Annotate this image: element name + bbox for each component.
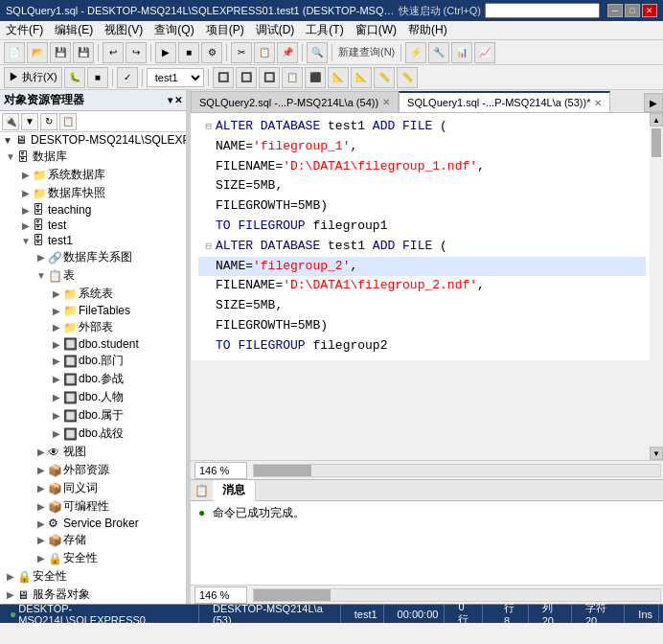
tree-item-20[interactable]: ▶ 📦 可编程性 [0,497,186,516]
code-line-8-highlighted: NAME='filegroup_2', [198,257,646,277]
tree-item-8[interactable]: ▶ 📁 系统表 [0,285,186,303]
node-icon: 🔲 [63,391,79,404]
btn12[interactable]: 📊 [451,42,472,63]
minimize-button[interactable]: ─ [607,4,623,17]
btn14[interactable]: 🔲 [213,67,234,88]
menu-window[interactable]: 窗口(W) [350,21,402,40]
tree-item-16[interactable]: ▶ 🔲 dbo.战役 [0,425,186,443]
node-label: 服务器对象 [33,586,90,603]
menu-view[interactable]: 视图(V) [99,21,149,40]
tree-item-12[interactable]: ▶ 🔲 dbo.部门 [0,352,186,370]
tree-item-0[interactable]: ▼ 🗄 数据库 [0,148,186,166]
code-vertical-scrollbar[interactable]: ▲ ▼ [650,113,663,460]
new-query-btn[interactable]: 📄 [4,42,25,63]
code-horizontal-scrollbar[interactable] [253,464,661,477]
btn18[interactable]: ⬛ [305,67,326,88]
tree-item-2[interactable]: ▶ 📁 数据库快照 [0,184,186,202]
h-scroll-thumb[interactable] [254,465,311,476]
parse-btn[interactable]: ✓ [117,67,138,88]
tree-item-6[interactable]: ▶ 🔗 数据库关系图 [0,248,186,266]
btn3[interactable]: ▶ [155,42,176,63]
tree-item-23[interactable]: ▶ 🔒 安全性 [0,549,186,567]
scroll-up-btn[interactable]: ▲ [650,113,663,126]
result-h-scroll-thumb[interactable] [254,589,331,601]
maximize-button[interactable]: □ [625,4,640,17]
oe-pin-icon[interactable]: ▾ [168,95,172,105]
execute-btn[interactable]: ▶ 执行(X) [4,67,62,88]
tab-scroll-right-btn[interactable]: ▶ [644,93,663,112]
btn5[interactable]: ⚙ [201,42,222,63]
open-btn[interactable]: 📂 [27,42,48,63]
btn4[interactable]: ■ [178,42,199,63]
tree-item-5[interactable]: ▼ 🗄 test1 [0,233,186,248]
scroll-down-btn[interactable]: ▼ [650,447,663,460]
node-icon: 🔲 [63,337,79,351]
stop-btn[interactable]: ■ [87,67,108,88]
menu-edit[interactable]: 编辑(E) [49,21,99,40]
tree-item-25[interactable]: ▶ 🖥 服务器对象 [0,586,186,604]
tab-2-close-icon[interactable]: ✕ [594,98,602,108]
oe-close-icon[interactable]: ✕ [174,95,182,105]
query-tab-2[interactable]: SQLQuery1.sql -...P-MSQ214L\a (53))* ✕ [399,91,610,112]
btn9[interactable]: 🔍 [307,42,328,63]
tree-item-18[interactable]: ▶ 📦 外部资源 [0,461,186,479]
tree-item-22[interactable]: ▶ 📦 存储 [0,531,186,549]
tree-server[interactable]: ▼ 🖥 DESKTOP-MSQ214L\SQLEXPRES... [0,132,186,148]
database-selector[interactable]: test1 [147,68,204,87]
oe-filter-btn[interactable]: ▼ [21,113,38,130]
menu-debug[interactable]: 调试(D) [250,21,301,40]
tree-item-21[interactable]: ▶ ⚙ Service Broker [0,516,186,531]
btn7[interactable]: 📋 [254,42,275,63]
debug-btn[interactable]: 🐛 [64,67,85,88]
menu-help[interactable]: 帮助(H) [402,21,453,40]
menu-project[interactable]: 项目(P) [200,21,250,40]
tree-item-9[interactable]: ▶ 📁 FileTables [0,303,186,318]
code-editor[interactable]: ⊟ ALTER DATABASE test1 ADD FILE ( NAME='… [191,113,650,460]
btn21[interactable]: 📏 [374,67,395,88]
btn15[interactable]: 🔲 [236,67,257,88]
menu-tools[interactable]: 工具(T) [300,21,349,40]
tree-item-1[interactable]: ▶ 📁 系统数据库 [0,166,186,184]
save-all-btn[interactable]: 💾 [73,42,94,63]
tree-item-19[interactable]: ▶ 📦 同义词 [0,479,186,497]
tree-item-3[interactable]: ▶ 🗄 teaching [0,202,186,218]
btn19[interactable]: 📐 [328,67,349,88]
scroll-thumb[interactable] [652,128,661,157]
tree-item-15[interactable]: ▶ 🔲 dbo.属于 [0,406,186,425]
btn16[interactable]: 🔲 [259,67,280,88]
oe-refresh-btn[interactable]: ↻ [40,113,57,130]
btn20[interactable]: 📐 [351,67,372,88]
quick-search-input[interactable] [485,3,600,18]
query-tab-1[interactable]: SQLQuery2.sql -...P-MSQ214L\a (54)) ✕ [191,91,399,112]
tree-item-24[interactable]: ▶ 🔒 安全性 [0,567,186,586]
status-db2: test1 [349,605,384,623]
redo-btn[interactable]: ↪ [126,42,147,63]
result-tab-messages[interactable]: 消息 [213,480,256,501]
btn13[interactable]: 📈 [474,42,495,63]
tree-item-4[interactable]: ▶ 🗄 test [0,218,186,233]
tree-item-11[interactable]: ▶ 🔲 dbo.student [0,336,186,352]
btn17[interactable]: 📋 [282,67,303,88]
btn22[interactable]: 📏 [397,67,418,88]
tree-item-10[interactable]: ▶ 📁 外部表 [0,318,186,336]
save-btn[interactable]: 💾 [50,42,71,63]
tree-item-14[interactable]: ▶ 🔲 dbo.人物 [0,388,186,406]
node-label: FileTables [79,304,130,317]
oe-summary-btn[interactable]: 📋 [59,113,77,130]
close-button[interactable]: ✕ [642,4,657,17]
menu-query[interactable]: 查询(Q) [149,21,199,40]
tree-item-13[interactable]: ▶ 🔲 dbo.参战 [0,370,186,388]
tree-item-17[interactable]: ▶ 👁 视图 [0,443,186,461]
oe-connect-btn[interactable]: 🔌 [2,113,19,130]
result-horizontal-scrollbar[interactable] [253,588,661,602]
expand-icon: ▶ [19,220,33,231]
sep5 [332,44,332,61]
undo-btn[interactable]: ↩ [103,42,124,63]
tree-item-7[interactable]: ▼ 📋 表 [0,266,186,285]
btn11[interactable]: 🔧 [428,42,449,63]
tab-1-close-icon[interactable]: ✕ [382,97,390,107]
btn6[interactable]: ✂ [231,42,252,63]
btn10[interactable]: ⚡ [405,42,426,63]
btn8[interactable]: 📌 [277,42,298,63]
menu-file[interactable]: 文件(F) [0,21,49,40]
